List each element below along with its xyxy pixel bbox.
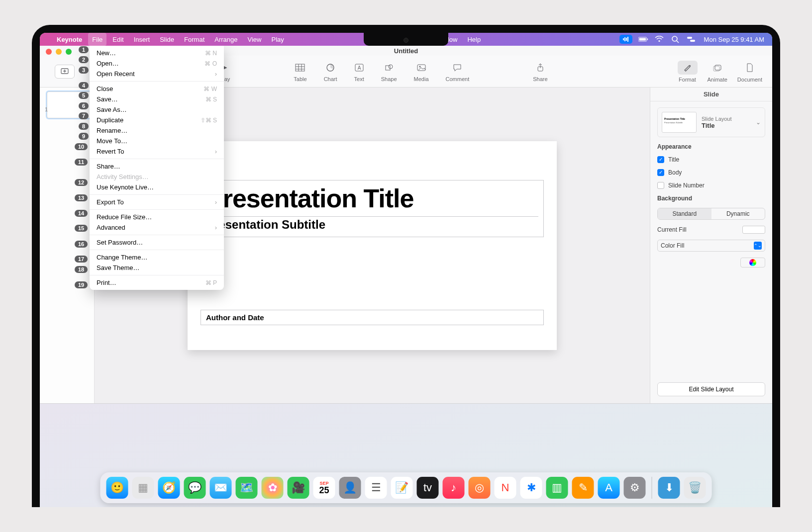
document-tab[interactable]: Document (737, 61, 762, 83)
audio-status-icon[interactable] (619, 35, 632, 44)
menu-item-print[interactable]: Print…⌘ P (90, 277, 224, 288)
battery-icon[interactable] (638, 34, 648, 44)
inspector-tab-slide[interactable]: Slide (650, 88, 772, 101)
table-button[interactable]: Table (294, 61, 306, 82)
dock: 🙂 ▦ 🧭 💬 ✉️ 🗺️ ✿ 🎥 SEP25 👤 ☰ 📝 tv ♪ ◎ N ✱… (101, 472, 712, 503)
title-checkbox-row[interactable]: Title (657, 156, 765, 163)
current-fill-swatch[interactable] (742, 226, 765, 234)
edit-slide-layout-button[interactable]: Edit Slide Layout (657, 382, 765, 396)
media-button[interactable]: Media (414, 61, 429, 82)
minimize-window-button[interactable] (56, 49, 62, 55)
control-center-icon[interactable] (686, 34, 696, 44)
slide-subtitle[interactable]: Presentation Subtitle (206, 218, 538, 232)
menu-item-move-to[interactable]: Move To… (90, 136, 224, 146)
menu-item-save-theme[interactable]: Save Theme… (90, 263, 224, 273)
dock-news[interactable]: N (495, 477, 516, 499)
menu-item-save-as[interactable]: Save As… (90, 104, 224, 115)
slide-title[interactable]: Presentation Title (206, 183, 538, 213)
background-segmented[interactable]: Standard Dynamic (657, 208, 765, 220)
app-menu[interactable]: Keynote (52, 33, 87, 46)
body-checkbox-row[interactable]: Body (657, 169, 765, 176)
dock-settings[interactable]: ⚙︎ (624, 477, 646, 499)
menu-item-close[interactable]: Close⌘ W (90, 84, 224, 94)
menu-item-export-to[interactable]: Export To› (90, 197, 224, 207)
annotation-badge-15: 15 (75, 225, 88, 232)
dynamic-segment[interactable]: Dynamic (711, 208, 765, 219)
zoom-window-button[interactable] (66, 49, 72, 55)
title-checkbox[interactable] (657, 156, 664, 163)
chart-button[interactable]: Chart (324, 61, 337, 82)
menu-item-revert-to[interactable]: Revert To› (90, 146, 224, 157)
dock-facetime[interactable]: 🎥 (288, 477, 309, 499)
dock-calendar[interactable]: SEP25 (313, 477, 335, 499)
menu-item-duplicate[interactable]: Duplicate⇧⌘ S (90, 115, 224, 125)
wifi-icon[interactable] (654, 34, 664, 44)
menu-item-advanced[interactable]: Advanced› (90, 222, 224, 233)
slide-number-checkbox-row[interactable]: Slide Number (657, 182, 765, 189)
dock-numbers[interactable]: ▥ (546, 477, 568, 499)
menu-item-use-keynote-live[interactable]: Use Keynote Live… (90, 182, 224, 192)
dock-music[interactable]: ♪ (443, 477, 465, 499)
author-text[interactable]: Author and Date (206, 313, 538, 322)
dock-stocks[interactable]: ✱ (520, 477, 542, 499)
menu-item-open-recent[interactable]: Open Recent› (90, 69, 224, 79)
dock-safari[interactable]: 🧭 (158, 477, 180, 499)
menu-item-rename[interactable]: Rename… (90, 125, 224, 136)
format-tab[interactable]: Format (678, 61, 698, 83)
menu-item-open[interactable]: Open…⌘ O (90, 58, 224, 69)
dock-finder[interactable]: 🙂 (106, 477, 128, 499)
help-menu[interactable]: Help (462, 33, 486, 46)
dock-messages[interactable]: 💬 (184, 477, 206, 499)
menu-item-change-theme[interactable]: Change Theme… (90, 252, 224, 263)
current-fill-label: Current Fill (657, 226, 687, 233)
edit-menu[interactable]: Edit (107, 33, 128, 46)
body-checkbox[interactable] (657, 169, 664, 176)
color-well[interactable] (740, 258, 765, 267)
dock-contacts[interactable]: 👤 (339, 477, 361, 499)
format-menu[interactable]: Format (179, 33, 209, 46)
play-menu[interactable]: Play (266, 33, 289, 46)
title-text-box[interactable]: Presentation Title Presentation Subtitle (201, 180, 544, 237)
svg-rect-15 (296, 64, 304, 71)
menu-item-set-password[interactable]: Set Password… (90, 237, 224, 248)
file-menu[interactable]: File (88, 33, 106, 46)
spotlight-icon[interactable] (670, 34, 680, 44)
dock-pages[interactable]: ✎ (572, 477, 594, 499)
dock-reminders[interactable]: ☰ (365, 477, 387, 499)
add-slide-button[interactable] (55, 65, 75, 79)
slide-menu[interactable]: Slide (155, 33, 179, 46)
dock-maps[interactable]: 🗺️ (236, 477, 258, 499)
comment-button[interactable]: Comment (446, 61, 470, 82)
shape-button[interactable]: Shape (381, 61, 397, 82)
close-window-button[interactable] (46, 49, 52, 55)
menu-item-reduce-file-size[interactable]: Reduce File Size… (90, 212, 224, 222)
dock-downloads[interactable]: ⬇︎ (658, 477, 680, 499)
dock-notes[interactable]: 📝 (391, 477, 413, 499)
svg-rect-2 (626, 38, 627, 41)
appearance-label: Appearance (657, 143, 765, 150)
share-button[interactable]: Share (533, 61, 547, 82)
fill-type-popup[interactable]: Color Fill ⌃⌄ (657, 240, 765, 252)
dock-trash[interactable]: 🗑️ (684, 477, 706, 499)
text-button[interactable]: AText (354, 61, 364, 82)
clock[interactable]: Mon Sep 25 9:41 AM (704, 36, 764, 43)
author-text-box[interactable]: Author and Date (201, 310, 544, 325)
dock-launchpad[interactable]: ▦ (132, 477, 154, 499)
animate-tab[interactable]: Animate (708, 61, 727, 83)
dock-tv[interactable]: tv (417, 477, 439, 499)
menu-item-save[interactable]: Save…⌘ S (90, 94, 224, 104)
dock-mail[interactable]: ✉️ (210, 477, 232, 499)
dock-appstore[interactable]: A (598, 477, 620, 499)
standard-segment[interactable]: Standard (658, 208, 711, 219)
slide-layout-popup[interactable]: Slide Layout Title ⌄ (657, 107, 765, 137)
slide[interactable]: Presentation Title Presentation Subtitle… (188, 141, 557, 350)
insert-menu[interactable]: Insert (129, 33, 155, 46)
dock-photos[interactable]: ✿ (262, 477, 284, 499)
svg-point-8 (672, 36, 677, 41)
dock-podcasts[interactable]: ◎ (469, 477, 491, 499)
menu-item-new[interactable]: New…⌘ N (90, 48, 224, 58)
arrange-menu[interactable]: Arrange (209, 33, 242, 46)
view-menu[interactable]: View (243, 33, 267, 46)
menu-item-share[interactable]: Share… (90, 161, 224, 172)
slide-number-checkbox[interactable] (657, 182, 664, 189)
